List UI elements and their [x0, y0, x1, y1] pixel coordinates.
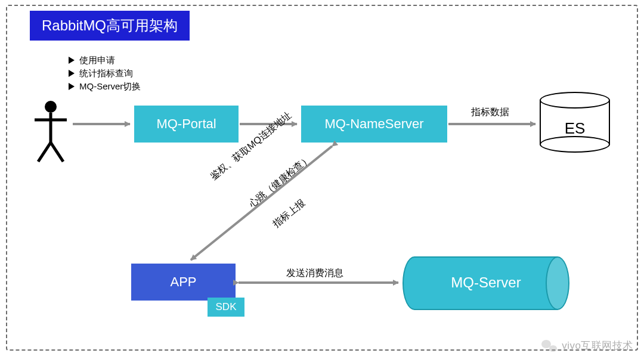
user-actor-icon	[30, 98, 72, 164]
node-label: MQ-NameServer	[324, 116, 423, 132]
wechat-icon	[541, 340, 557, 352]
edge-label-ns-to-es: 指标数据	[471, 106, 509, 119]
bullet-label: 统计指标查询	[79, 67, 133, 80]
svg-line-4	[51, 143, 63, 162]
node-sdk: SDK	[208, 298, 244, 317]
node-label: ES	[540, 119, 610, 138]
node-mq-portal: MQ-Portal	[134, 106, 239, 143]
diagram-title: RabbitMQ高可用架构	[30, 11, 190, 41]
feature-bullets: 使用申请 统计指标查询 MQ-Server切换	[69, 54, 141, 93]
node-label: APP	[170, 274, 196, 290]
node-mq-server-cylinder: MQ-Server	[402, 256, 569, 310]
svg-line-3	[38, 143, 51, 162]
svg-point-0	[45, 101, 57, 113]
watermark: vivo互联网技术	[541, 339, 633, 352]
bullet-label: MQ-Server切换	[79, 80, 141, 93]
node-label: MQ-Server	[402, 274, 569, 291]
title-text: RabbitMQ高可用架构	[42, 16, 178, 35]
bullet-item: MQ-Server切换	[69, 80, 141, 93]
node-label: SDK	[216, 301, 237, 313]
bullet-item: 使用申请	[69, 54, 141, 67]
edge-label-send-consume: 发送消费消息	[286, 267, 343, 280]
node-mq-nameserver: MQ-NameServer	[301, 106, 447, 143]
node-es-cylinder: ES	[540, 92, 610, 153]
triangle-icon	[69, 83, 75, 90]
bullet-label: 使用申请	[79, 54, 115, 67]
triangle-icon	[69, 70, 75, 77]
watermark-text: vivo互联网技术	[562, 339, 633, 352]
node-label: MQ-Portal	[156, 116, 216, 132]
node-app: APP	[131, 264, 236, 301]
bullet-item: 统计指标查询	[69, 67, 141, 80]
triangle-icon	[69, 57, 75, 64]
